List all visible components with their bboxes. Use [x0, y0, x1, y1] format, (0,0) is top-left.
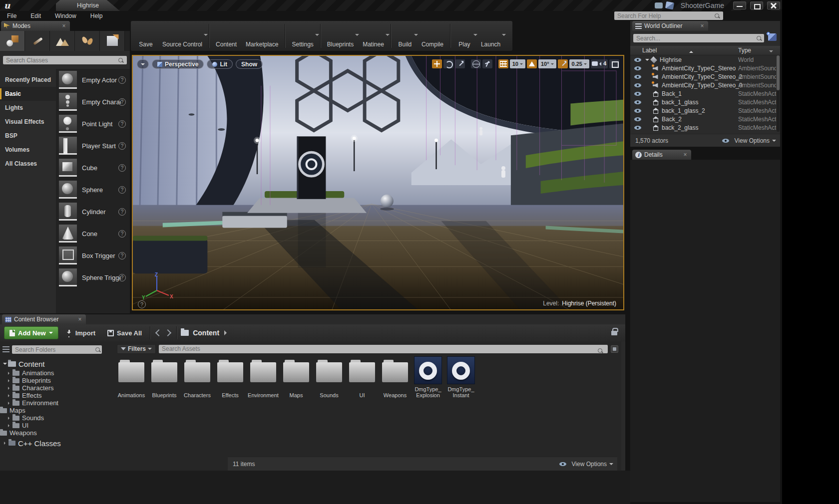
title-bar[interactable]: u Highrise ShooterGame: [0, 0, 782, 11]
chevron-down-icon[interactable]: [386, 34, 390, 38]
back-button[interactable]: [154, 329, 161, 336]
help-icon[interactable]: [118, 164, 126, 172]
expander-icon[interactable]: [8, 402, 11, 405]
mode-category[interactable]: Visual Effects: [0, 115, 56, 129]
asset-thumbnail[interactable]: [348, 362, 376, 390]
rotation-snap-value[interactable]: 10°: [538, 59, 556, 68]
outliner-row[interactable]: AmbientCity_TypeC_Stereo AmbientSound: [630, 64, 776, 72]
label-column-header[interactable]: Label: [642, 47, 657, 54]
level-viewport[interactable]: Perspective Lit Show 10 10° 0.25 4 Z: [132, 55, 624, 310]
engine-version-icon[interactable]: [665, 1, 674, 10]
outliner-row[interactable]: Back_1 StaticMeshActor: [630, 89, 776, 98]
expander-icon[interactable]: [4, 442, 7, 445]
outliner-view-options-button[interactable]: View Options: [718, 137, 776, 144]
save-search-icon[interactable]: [611, 345, 618, 353]
placeable-item[interactable]: Empty Character: [56, 91, 130, 113]
grid-snap-value[interactable]: 10: [510, 59, 525, 68]
mode-category[interactable]: Lights: [0, 101, 56, 115]
breadcrumb-arrow-icon[interactable]: [224, 330, 229, 335]
asset-thumbnail[interactable]: [117, 362, 145, 390]
close-icon[interactable]: [61, 22, 67, 29]
help-icon[interactable]: [118, 142, 126, 150]
placeable-item[interactable]: Box Trigger: [56, 245, 130, 266]
asset-tile[interactable]: Sounds: [313, 356, 345, 398]
visibility-eye-icon[interactable]: [634, 92, 641, 96]
perspective-button[interactable]: Perspective: [152, 59, 204, 69]
outliner-row[interactable]: back_2_glass StaticMeshActor: [630, 123, 776, 132]
asset-tile[interactable]: Blueprints: [148, 356, 180, 398]
forward-button[interactable]: [165, 329, 172, 336]
visibility-eye-icon[interactable]: [634, 126, 641, 130]
details-tab[interactable]: Details: [632, 150, 691, 160]
close-icon[interactable]: [77, 316, 83, 323]
tab-foliage-mode[interactable]: [75, 31, 100, 51]
outliner-row[interactable]: AmbientCity_TypeD_Stereo_0 AmbientSound: [630, 81, 776, 89]
chevron-down-icon[interactable]: [502, 34, 506, 38]
rotation-snap-toggle-button[interactable]: [527, 59, 537, 68]
chevron-down-icon[interactable]: [204, 34, 208, 38]
visibility-eye-icon[interactable]: [634, 109, 641, 113]
toolbar-button[interactable]: Content: [211, 22, 241, 50]
outliner-search-input[interactable]: [633, 34, 764, 42]
tree-folder-row[interactable]: Maps: [0, 407, 114, 414]
outliner-row[interactable]: back_1_glass StaticMeshActor: [630, 98, 776, 106]
visibility-eye-icon[interactable]: [634, 83, 641, 87]
help-icon[interactable]: [118, 230, 126, 238]
visibility-eye-icon[interactable]: [634, 100, 641, 104]
minimize-button[interactable]: [733, 1, 746, 9]
tab-landscape-mode[interactable]: [50, 31, 75, 51]
translate-tool-button[interactable]: [432, 59, 442, 68]
rotate-tool-button[interactable]: [443, 59, 453, 68]
visibility-eye-icon[interactable]: [634, 75, 641, 79]
add-actor-icon[interactable]: [768, 33, 777, 41]
mode-category[interactable]: BSP: [0, 129, 56, 143]
add-new-button[interactable]: Add New: [4, 326, 58, 339]
collapse-sources-icon[interactable]: [2, 346, 9, 352]
asset-tile[interactable]: Environment: [247, 356, 279, 398]
asset-tile[interactable]: Animations: [115, 356, 147, 398]
help-icon[interactable]: [118, 120, 126, 128]
filters-button[interactable]: Filters: [117, 344, 156, 354]
tree-root-cpp-classes[interactable]: C++ Classes: [0, 438, 114, 449]
viewport-options-button[interactable]: [137, 59, 149, 69]
lit-mode-button[interactable]: Lit: [207, 59, 233, 69]
asset-thumbnail[interactable]: [381, 362, 409, 390]
placeable-item[interactable]: Player Start: [56, 135, 130, 157]
help-icon[interactable]: [118, 208, 126, 216]
placeable-item[interactable]: Cone: [56, 223, 130, 245]
tree-folder-row[interactable]: Environment: [0, 399, 114, 407]
asset-thumbnail[interactable]: [414, 356, 442, 384]
breadcrumb[interactable]: Content: [193, 329, 219, 337]
content-view-options-button[interactable]: View Options: [555, 461, 613, 468]
placeable-item[interactable]: Sphere: [56, 179, 130, 201]
camera-speed-button[interactable]: 4: [591, 59, 608, 68]
surface-snap-button[interactable]: [482, 59, 492, 68]
help-search-input[interactable]: [614, 11, 723, 20]
help-icon[interactable]: [118, 76, 126, 84]
mode-category[interactable]: All Classes: [0, 157, 56, 171]
modes-tab[interactable]: Modes: [1, 21, 70, 31]
help-icon[interactable]: [118, 186, 126, 194]
visibility-eye-icon[interactable]: [634, 117, 641, 121]
restore-button[interactable]: [750, 1, 763, 9]
tree-folder-row[interactable]: UI: [0, 422, 114, 429]
placeable-item[interactable]: Cylinder: [56, 201, 130, 223]
feedback-icon[interactable]: [655, 2, 663, 8]
outliner-scrollbar[interactable]: [777, 55, 780, 132]
menu-item[interactable]: File: [0, 11, 23, 21]
toolbar-button[interactable]: Settings: [287, 22, 318, 50]
search-classes-input[interactable]: [3, 56, 127, 64]
save-all-button[interactable]: Save All: [103, 329, 146, 337]
asset-tile[interactable]: Effects: [214, 356, 246, 398]
expander-icon[interactable]: [8, 372, 11, 375]
tree-folder-row[interactable]: Blueprints: [0, 377, 114, 384]
outliner-row[interactable]: AmbientCity_TypeC_Stereo_2 AmbientSound: [630, 72, 776, 81]
tab-geometry-mode[interactable]: [100, 31, 125, 51]
toolbar-button[interactable]: Matinee: [358, 22, 389, 50]
scale-snap-value[interactable]: 0.25: [569, 59, 589, 68]
asset-thumbnail[interactable]: [447, 356, 475, 384]
asset-thumbnail[interactable]: [249, 362, 277, 390]
toolbar-button[interactable]: Compile: [417, 22, 448, 50]
expander-icon[interactable]: [8, 424, 11, 427]
outliner-row[interactable]: Back_2 StaticMeshActor: [630, 115, 776, 123]
